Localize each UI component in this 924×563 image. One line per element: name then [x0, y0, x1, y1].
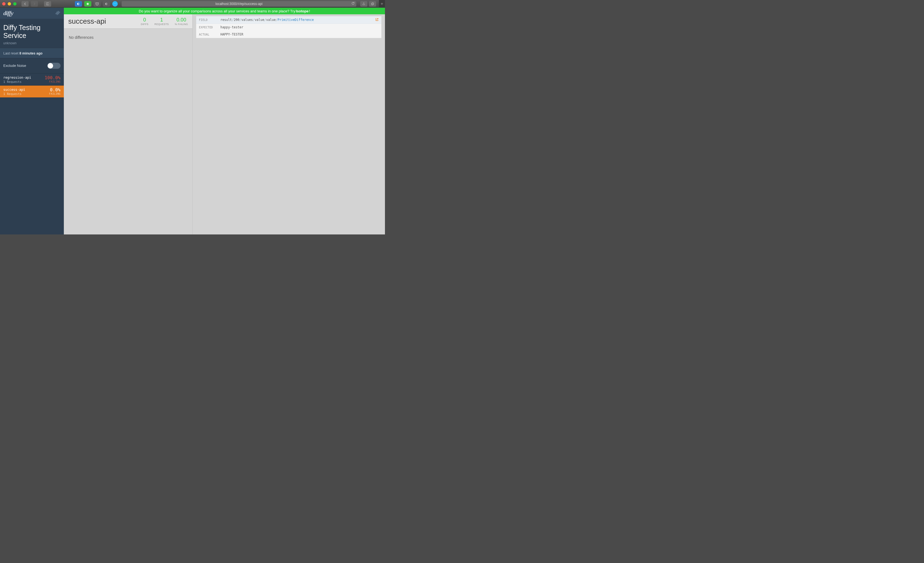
- no-differences-text: No differences: [64, 29, 192, 46]
- endpoint-failing-label: FAILING: [49, 92, 60, 95]
- diff-card: FIELD result/200/values/value/value/Prim…: [196, 16, 382, 38]
- diff-expected-label: EXPECTED: [199, 26, 220, 29]
- stat-value: 0.00: [175, 17, 188, 22]
- promo-banner[interactable]: Do you want to organize all your compari…: [64, 8, 385, 14]
- diff-actual-label: ACTUAL: [199, 33, 220, 36]
- address-bar[interactable]: localhost:3000/#/ep/success-api: [122, 1, 356, 7]
- extension-icon-4[interactable]: ⋯: [112, 1, 118, 7]
- service-info: Diffy Testing Service unknown: [0, 19, 64, 48]
- endpoint-title: success-api: [68, 17, 106, 26]
- banner-text-prefix: Do you want to organize all your compari…: [139, 9, 295, 13]
- last-reset-value: 8 minutes ago: [19, 51, 42, 55]
- svg-rect-3: [372, 3, 374, 5]
- toggle-knob: [48, 63, 53, 69]
- new-tab-button[interactable]: +: [379, 0, 385, 8]
- endpoint-name: success-api: [3, 88, 25, 92]
- window-controls: [2, 2, 16, 6]
- extension-icon-1[interactable]: ◐: [75, 1, 82, 7]
- banner-text-suffix: !: [309, 9, 310, 13]
- right-column: FIELD result/200/values/value/value/Prim…: [193, 8, 385, 234]
- extension-icon-2[interactable]: ◉: [84, 1, 92, 7]
- browser-toolbar: ◐ ◉ ◐ ⋯ localhost:3000/#/ep/success-api …: [0, 0, 385, 8]
- diff-actual-value: HAPPY-TESTER: [220, 33, 243, 36]
- stat-value: 0: [141, 17, 148, 22]
- diff-field-path: result/200/values/value/value/PrimitiveD…: [220, 18, 314, 22]
- stat-label: REQUESTS: [154, 23, 169, 26]
- diff-field-label: FIELD: [199, 18, 220, 21]
- service-title: Diffy Testing Service: [3, 24, 60, 40]
- window-minimize[interactable]: [8, 2, 11, 6]
- endpoint-name: regression-api: [3, 76, 31, 80]
- svg-rect-2: [372, 3, 374, 5]
- reload-icon[interactable]: [351, 2, 355, 6]
- endpoint-item-success-api[interactable]: success-api 1 Requests 0.0% FAILING: [0, 86, 64, 98]
- endpoint-requests: 1 Requests: [3, 92, 25, 96]
- endpoint-requests: 1 Requests: [3, 80, 31, 84]
- service-subtitle: unknown: [3, 41, 60, 45]
- exclude-noise-label: Exclude Noise: [3, 63, 26, 68]
- open-external-icon[interactable]: [375, 18, 379, 22]
- diff-expected-row: EXPECTED happy-tester: [196, 24, 381, 31]
- endpoint-percent: 0.0%: [49, 88, 60, 92]
- sidebar-toggle-button[interactable]: [44, 1, 51, 7]
- app-logo: diffy: [3, 10, 13, 17]
- last-reset-prefix: Last reset: [3, 51, 19, 55]
- window-close[interactable]: [2, 2, 6, 6]
- diff-field-row: FIELD result/200/values/value/value/Prim…: [196, 16, 381, 24]
- diff-expected-value: happy-tester: [220, 25, 243, 29]
- center-column: success-api 0 DIFFS 1 REQUESTS 0.00 % FA…: [64, 8, 193, 234]
- sidebar: diffy Diffy Testing Service unknown Last…: [0, 8, 64, 234]
- logo-row: diffy: [0, 8, 64, 19]
- stat-requests: 1 REQUESTS: [154, 17, 169, 26]
- back-button[interactable]: [21, 1, 28, 7]
- endpoint-failing-label: FAILING: [45, 80, 60, 83]
- forward-button[interactable]: [31, 1, 38, 7]
- extension-icon-3[interactable]: ◐: [103, 1, 110, 7]
- share-button[interactable]: [360, 1, 368, 7]
- url-text: localhost:3000/#/ep/success-api: [216, 2, 262, 6]
- exclude-noise-toggle[interactable]: [47, 63, 60, 69]
- stats: 0 DIFFS 1 REQUESTS 0.00 % FAILING: [141, 17, 188, 26]
- stat-failing: 0.00 % FAILING: [175, 17, 188, 26]
- extension-icon-pocket[interactable]: [93, 1, 101, 7]
- svg-rect-0: [46, 3, 49, 5]
- tabs-button[interactable]: [369, 1, 376, 7]
- banner-link[interactable]: Isotope: [296, 9, 309, 13]
- endpoint-percent: 100.0%: [45, 76, 60, 80]
- last-reset: Last reset 8 minutes ago: [0, 48, 64, 59]
- endpoint-item-regression-api[interactable]: regression-api 1 Requests 100.0% FAILING: [0, 74, 64, 86]
- stat-label: DIFFS: [141, 23, 148, 26]
- settings-button[interactable]: [55, 10, 60, 17]
- stat-diffs: 0 DIFFS: [141, 17, 148, 26]
- endpoint-header: success-api 0 DIFFS 1 REQUESTS 0.00 % FA…: [64, 14, 192, 29]
- main-area: success-api 0 DIFFS 1 REQUESTS 0.00 % FA…: [64, 8, 385, 234]
- diff-actual-row: ACTUAL HAPPY-TESTER: [196, 31, 381, 38]
- stat-value: 1: [154, 17, 169, 22]
- window-zoom[interactable]: [13, 2, 16, 6]
- endpoint-list: regression-api 1 Requests 100.0% FAILING…: [0, 74, 64, 98]
- stat-label: % FAILING: [175, 23, 188, 26]
- exclude-noise-row: Exclude Noise: [0, 59, 64, 74]
